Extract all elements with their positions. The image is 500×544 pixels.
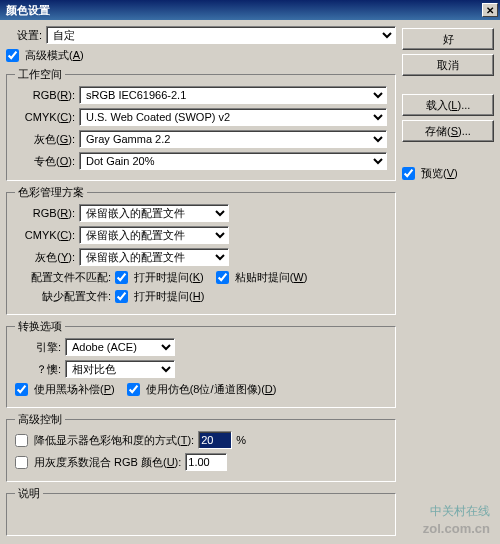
cmyk-select[interactable]: U.S. Web Coated (SWOP) v2 (79, 108, 387, 126)
advanced-ctrl-group: 高级控制 降低显示器色彩饱和度的方式(T): % 用灰度系数混合 RGB 颜色(… (6, 412, 396, 482)
window-title: 颜色设置 (6, 3, 50, 18)
gray-select[interactable]: Gray Gamma 2.2 (79, 130, 387, 148)
missing-open-label: 打开时提问(H) (134, 289, 204, 304)
desat-label: 降低显示器色彩饱和度的方式(T): (34, 433, 194, 448)
advanced-mode-label: 高级模式(A) (25, 48, 84, 63)
dither-label: 使用仿色(8位/通道图像)(D) (146, 382, 277, 397)
watermark-cn: 中关村在线 (430, 503, 490, 520)
desat-input[interactable] (198, 431, 232, 449)
policy-rgb-select[interactable]: 保留嵌入的配置文件 (79, 204, 229, 222)
missing-label: 缺少配置文件: (15, 289, 111, 304)
rgb-label: RGB(R): (15, 89, 75, 101)
preview-label: 预览(V) (421, 166, 458, 181)
mismatch-open-checkbox[interactable] (115, 271, 128, 284)
watermark-url: zol.com.cn (423, 521, 490, 536)
desat-checkbox[interactable] (15, 434, 28, 447)
desat-unit: % (236, 434, 246, 446)
title-bar: 颜色设置 ✕ (0, 0, 500, 20)
advanced-mode-checkbox[interactable] (6, 49, 19, 62)
workspace-legend: 工作空间 (15, 67, 65, 82)
conversion-legend: 转换选项 (15, 319, 65, 334)
spot-label: 专色(O): (15, 154, 75, 169)
dither-checkbox[interactable] (127, 383, 140, 396)
policy-cmyk-label: CMYK(C): (15, 229, 75, 241)
intent-label: ？懊: (15, 362, 61, 377)
mismatch-label: 配置文件不匹配: (15, 270, 111, 285)
intent-select[interactable]: 相对比色 (65, 360, 175, 378)
engine-label: 引擎: (15, 340, 61, 355)
save-button[interactable]: 存储(S)... (402, 120, 494, 142)
policy-cmyk-select[interactable]: 保留嵌入的配置文件 (79, 226, 229, 244)
policy-gray-label: 灰色(Y): (15, 250, 75, 265)
blackpoint-checkbox[interactable] (15, 383, 28, 396)
workspace-group: 工作空间 RGB(R):sRGB IEC61966-2.1 CMYK(C):U.… (6, 67, 396, 181)
mismatch-paste-label: 粘贴时提问(W) (235, 270, 308, 285)
description-legend: 说明 (15, 486, 43, 501)
preview-checkbox[interactable] (402, 167, 415, 180)
rgb-select[interactable]: sRGB IEC61966-2.1 (79, 86, 387, 104)
mismatch-paste-checkbox[interactable] (216, 271, 229, 284)
conversion-group: 转换选项 引擎:Adobe (ACE) ？懊:相对比色 使用黑场补偿(P) 使用… (6, 319, 396, 408)
load-button[interactable]: 载入(L)... (402, 94, 494, 116)
advanced-ctrl-legend: 高级控制 (15, 412, 65, 427)
policies-legend: 色彩管理方案 (15, 185, 87, 200)
engine-select[interactable]: Adobe (ACE) (65, 338, 175, 356)
ok-button[interactable]: 好 (402, 28, 494, 50)
cancel-button[interactable]: 取消 (402, 54, 494, 76)
settings-label: 设置: (6, 28, 42, 43)
mismatch-open-label: 打开时提问(K) (134, 270, 204, 285)
gray-label: 灰色(G): (15, 132, 75, 147)
settings-select[interactable]: 自定 (46, 26, 396, 44)
close-button[interactable]: ✕ (482, 3, 498, 17)
policies-group: 色彩管理方案 RGB(R):保留嵌入的配置文件 CMYK(C):保留嵌入的配置文… (6, 185, 396, 315)
blend-input[interactable] (185, 453, 227, 471)
description-group: 说明 (6, 486, 396, 536)
blend-label: 用灰度系数混合 RGB 颜色(U): (34, 455, 181, 470)
blend-checkbox[interactable] (15, 456, 28, 469)
cmyk-label: CMYK(C): (15, 111, 75, 123)
missing-open-checkbox[interactable] (115, 290, 128, 303)
blackpoint-label: 使用黑场补偿(P) (34, 382, 115, 397)
policy-rgb-label: RGB(R): (15, 207, 75, 219)
policy-gray-select[interactable]: 保留嵌入的配置文件 (79, 248, 229, 266)
spot-select[interactable]: Dot Gain 20% (79, 152, 387, 170)
